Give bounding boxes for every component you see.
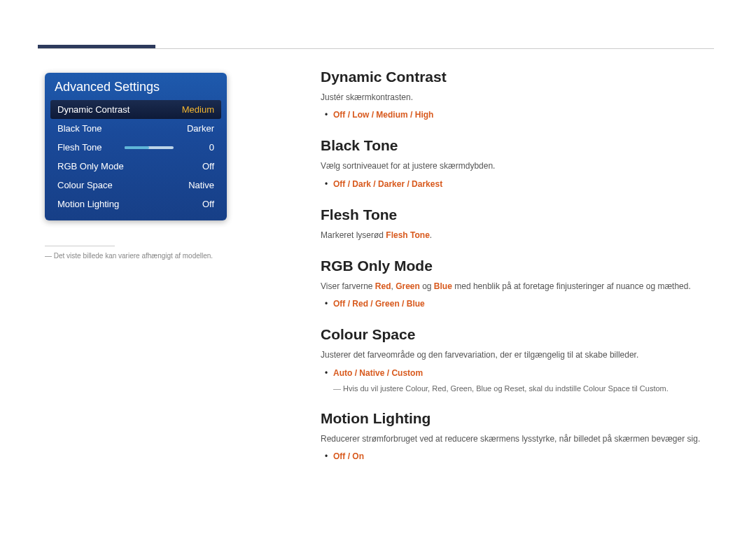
option-separator: / — [345, 110, 352, 120]
option-value: On — [352, 451, 364, 461]
desc-dynamic-contrast: Justér skærmkontrasten. — [321, 91, 710, 104]
osd-row-value: Native — [179, 180, 214, 190]
osd-row[interactable]: Motion LightingOff — [50, 195, 221, 213]
option-separator: / — [352, 368, 359, 378]
option-separator: / — [371, 179, 378, 189]
osd-row[interactable]: Black ToneDarker — [50, 119, 221, 138]
osd-row-label: Motion Lighting — [57, 199, 179, 209]
osd-slider-wrap: 0 — [125, 142, 214, 153]
osd-row-value: Off — [179, 161, 214, 171]
heading-dynamic-contrast: Dynamic Contrast — [321, 69, 710, 85]
option-value: Blue — [407, 299, 425, 309]
option-value: Dark — [352, 179, 371, 189]
heading-black-tone: Black Tone — [321, 137, 710, 154]
option-value: Custom — [391, 368, 423, 378]
section-dynamic-contrast: Dynamic Contrast Justér skærmkontrasten.… — [321, 69, 710, 122]
desc-black-tone: Vælg sortniveauet for at justere skærmdy… — [321, 160, 710, 173]
heading-motion-lighting: Motion Lighting — [321, 410, 710, 427]
option-value: Green — [375, 299, 400, 309]
option-value: Auto — [333, 368, 352, 378]
osd-row-value: Darker — [179, 123, 214, 134]
option-separator: / — [345, 179, 352, 189]
options-rgb-only: Off / Red / Green / Blue — [321, 297, 710, 311]
osd-row[interactable]: Dynamic ContrastMedium — [50, 100, 221, 119]
option-value: Off — [333, 110, 345, 120]
osd-row-label: Dynamic Contrast — [57, 104, 179, 115]
option-separator: / — [345, 451, 352, 461]
desc-flesh-tone: Markeret lyserød Flesh Tone. — [321, 229, 710, 242]
osd-row-label: RGB Only Mode — [57, 161, 179, 171]
osd-row-label: Black Tone — [57, 123, 179, 134]
options-motion-lighting: Off / On — [321, 450, 710, 463]
desc-rgb-only: Viser farverne Red, Green og Blue med he… — [321, 280, 710, 293]
section-rgb-only: RGB Only Mode Viser farverne Red, Green … — [321, 258, 710, 311]
footnote-left: Det viste billede kan variere afhængigt … — [45, 251, 227, 261]
osd-row[interactable]: Colour SpaceNative — [50, 176, 221, 195]
option-value: Medium — [376, 110, 407, 120]
osd-row-label: Flesh Tone — [57, 142, 125, 153]
option-value: High — [415, 110, 434, 120]
option-separator: / — [384, 368, 391, 378]
option-value: Red — [352, 299, 368, 309]
options-dynamic-contrast: Off / Low / Medium / High — [321, 108, 710, 122]
section-colour-space: Colour Space Justerer det farveområde og… — [321, 326, 710, 395]
osd-row-value: Medium — [179, 104, 214, 115]
options-black-tone: Off / Dark / Darker / Darkest — [321, 178, 710, 191]
section-flesh-tone: Flesh Tone Markeret lyserød Flesh Tone. — [321, 206, 710, 242]
osd-row-label: Colour Space — [57, 180, 179, 190]
desc-colour-space: Justerer det farveområde og den farvevar… — [321, 349, 710, 362]
section-motion-lighting: Motion Lighting Reducerer strømforbruget… — [321, 410, 710, 463]
option-separator: / — [345, 299, 352, 309]
option-value: Off — [333, 179, 345, 189]
option-value: Darkest — [412, 179, 442, 189]
option-value: Off — [333, 299, 345, 309]
heading-colour-space: Colour Space — [321, 326, 710, 343]
option-separator: / — [405, 179, 412, 189]
option-value: Darker — [378, 179, 405, 189]
right-column: Dynamic Contrast Justér skærmkontrasten.… — [321, 69, 710, 479]
heading-flesh-tone: Flesh Tone — [321, 206, 710, 223]
desc-motion-lighting: Reducerer strømforbruget ved at reducere… — [321, 433, 710, 446]
osd-panel: Advanced Settings Dynamic ContrastMedium… — [45, 73, 227, 220]
options-colour-space: Auto / Native / Custom — [321, 367, 710, 380]
left-column: Advanced Settings Dynamic ContrastMedium… — [45, 73, 227, 261]
osd-row-value: 0 — [179, 142, 214, 153]
note-colour-space: Hvis du vil justere Colour, Red, Green, … — [321, 383, 710, 395]
osd-row[interactable]: Flesh Tone0 — [50, 138, 221, 157]
osd-row-value: Off — [179, 199, 214, 209]
option-separator: / — [408, 110, 415, 120]
option-value: Native — [359, 368, 384, 378]
heading-rgb-only: RGB Only Mode — [321, 258, 710, 274]
footnote-separator — [45, 246, 115, 246]
option-value: Off — [333, 451, 345, 461]
section-black-tone: Black Tone Vælg sortniveauet for at just… — [321, 137, 710, 190]
option-separator: / — [400, 299, 407, 309]
osd-row[interactable]: RGB Only ModeOff — [50, 157, 221, 176]
option-separator: / — [368, 299, 375, 309]
osd-slider[interactable] — [125, 146, 174, 149]
osd-list: Dynamic ContrastMediumBlack ToneDarkerFl… — [45, 100, 227, 220]
option-separator: / — [369, 110, 376, 120]
header-rule — [38, 48, 714, 49]
osd-title: Advanced Settings — [45, 73, 227, 100]
option-value: Low — [352, 110, 369, 120]
